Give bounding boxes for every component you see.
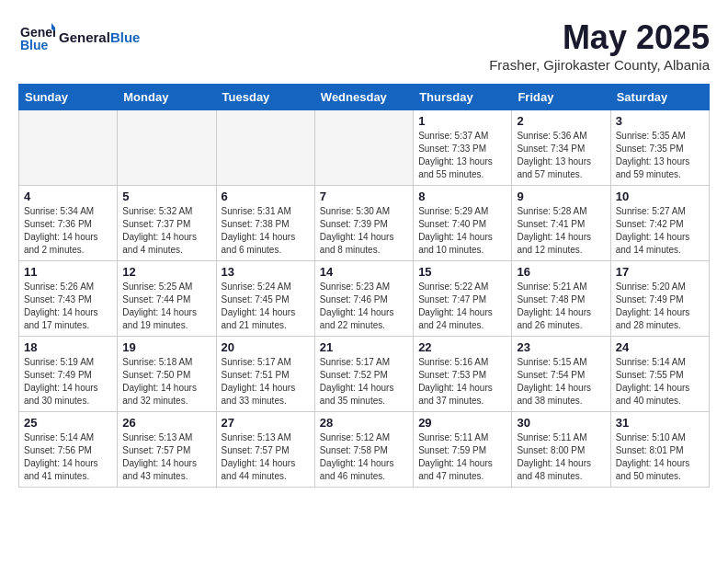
day-number: 10 xyxy=(616,190,704,203)
calendar-week-4: 18Sunrise: 5:19 AM Sunset: 7:49 PM Dayli… xyxy=(19,337,710,412)
day-number: 19 xyxy=(122,340,210,354)
day-info: Sunrise: 5:21 AM Sunset: 7:48 PM Dayligh… xyxy=(517,281,605,332)
calendar-week-5: 25Sunrise: 5:14 AM Sunset: 7:56 PM Dayli… xyxy=(19,412,710,488)
day-info: Sunrise: 5:36 AM Sunset: 7:34 PM Dayligh… xyxy=(517,130,605,181)
day-info: Sunrise: 5:18 AM Sunset: 7:50 PM Dayligh… xyxy=(122,356,210,408)
weekday-header-tuesday: Tuesday xyxy=(216,85,314,110)
day-number: 7 xyxy=(320,190,408,203)
day-info: Sunrise: 5:31 AM Sunset: 7:38 PM Dayligh… xyxy=(222,205,310,257)
calendar-cell: 24Sunrise: 5:14 AM Sunset: 7:55 PM Dayli… xyxy=(610,337,709,412)
calendar-cell xyxy=(118,110,216,186)
day-number: 20 xyxy=(222,340,310,354)
day-number: 15 xyxy=(418,265,506,279)
weekday-header-row: SundayMondayTuesdayWednesdayThursdayFrid… xyxy=(19,85,710,110)
calendar-cell: 23Sunrise: 5:15 AM Sunset: 7:54 PM Dayli… xyxy=(512,337,610,412)
title-block: May 2025 Frasher, Gjirokaster County, Al… xyxy=(489,18,710,80)
day-number: 18 xyxy=(24,340,112,354)
day-info: Sunrise: 5:14 AM Sunset: 7:55 PM Dayligh… xyxy=(616,356,704,408)
day-info: Sunrise: 5:13 AM Sunset: 7:57 PM Dayligh… xyxy=(122,431,210,483)
day-info: Sunrise: 5:34 AM Sunset: 7:36 PM Dayligh… xyxy=(24,205,112,257)
day-info: Sunrise: 5:26 AM Sunset: 7:43 PM Dayligh… xyxy=(24,281,112,332)
day-number: 1 xyxy=(418,114,506,128)
day-info: Sunrise: 5:25 AM Sunset: 7:44 PM Dayligh… xyxy=(122,281,210,332)
day-number: 8 xyxy=(418,190,506,203)
calendar-cell: 2Sunrise: 5:36 AM Sunset: 7:34 PM Daylig… xyxy=(512,110,610,186)
day-number: 22 xyxy=(418,340,506,354)
calendar-cell: 20Sunrise: 5:17 AM Sunset: 7:51 PM Dayli… xyxy=(216,337,314,412)
calendar-cell: 21Sunrise: 5:17 AM Sunset: 7:52 PM Dayli… xyxy=(314,337,413,412)
calendar-cell xyxy=(19,110,118,186)
day-info: Sunrise: 5:19 AM Sunset: 7:49 PM Dayligh… xyxy=(24,356,112,408)
svg-text:Blue: Blue xyxy=(20,38,49,52)
day-info: Sunrise: 5:28 AM Sunset: 7:41 PM Dayligh… xyxy=(517,205,605,257)
calendar-cell: 30Sunrise: 5:11 AM Sunset: 8:00 PM Dayli… xyxy=(512,412,610,488)
day-info: Sunrise: 5:22 AM Sunset: 7:47 PM Dayligh… xyxy=(418,281,506,332)
day-number: 24 xyxy=(616,340,704,354)
day-info: Sunrise: 5:16 AM Sunset: 7:53 PM Dayligh… xyxy=(418,356,506,408)
calendar-table: SundayMondayTuesdayWednesdayThursdayFrid… xyxy=(18,84,710,488)
calendar-cell: 3Sunrise: 5:35 AM Sunset: 7:35 PM Daylig… xyxy=(610,110,709,186)
weekday-header-thursday: Thursday xyxy=(414,85,512,110)
subtitle: Frasher, Gjirokaster County, Albania xyxy=(489,57,710,73)
logo: General Blue GeneralBlue xyxy=(18,18,140,55)
day-info: Sunrise: 5:29 AM Sunset: 7:40 PM Dayligh… xyxy=(418,205,506,257)
day-info: Sunrise: 5:11 AM Sunset: 7:59 PM Dayligh… xyxy=(418,431,506,483)
day-number: 4 xyxy=(24,190,112,203)
calendar-cell: 4Sunrise: 5:34 AM Sunset: 7:36 PM Daylig… xyxy=(19,186,118,261)
month-title: May 2025 xyxy=(489,18,710,57)
header: General Blue GeneralBlue May 2025 Frashe… xyxy=(18,18,710,80)
day-info: Sunrise: 5:17 AM Sunset: 7:51 PM Dayligh… xyxy=(222,356,310,408)
day-number: 14 xyxy=(320,265,408,279)
day-info: Sunrise: 5:17 AM Sunset: 7:52 PM Dayligh… xyxy=(320,356,408,408)
day-info: Sunrise: 5:24 AM Sunset: 7:45 PM Dayligh… xyxy=(222,281,310,332)
calendar-cell: 9Sunrise: 5:28 AM Sunset: 7:41 PM Daylig… xyxy=(512,186,610,261)
calendar-cell xyxy=(314,110,413,186)
day-number: 17 xyxy=(616,265,704,279)
day-info: Sunrise: 5:27 AM Sunset: 7:42 PM Dayligh… xyxy=(616,205,704,257)
calendar-cell: 17Sunrise: 5:20 AM Sunset: 7:49 PM Dayli… xyxy=(610,261,709,337)
calendar-cell: 15Sunrise: 5:22 AM Sunset: 7:47 PM Dayli… xyxy=(414,261,512,337)
weekday-header-wednesday: Wednesday xyxy=(314,85,413,110)
day-info: Sunrise: 5:13 AM Sunset: 7:57 PM Dayligh… xyxy=(222,431,310,483)
day-info: Sunrise: 5:15 AM Sunset: 7:54 PM Dayligh… xyxy=(517,356,605,408)
day-info: Sunrise: 5:37 AM Sunset: 7:33 PM Dayligh… xyxy=(418,130,506,181)
day-number: 11 xyxy=(24,265,112,279)
day-number: 30 xyxy=(517,416,605,430)
day-info: Sunrise: 5:35 AM Sunset: 7:35 PM Dayligh… xyxy=(616,130,704,181)
logo-blue: Blue xyxy=(110,29,141,45)
calendar-cell: 10Sunrise: 5:27 AM Sunset: 7:42 PM Dayli… xyxy=(610,186,709,261)
day-info: Sunrise: 5:10 AM Sunset: 8:01 PM Dayligh… xyxy=(616,431,704,483)
calendar-cell: 25Sunrise: 5:14 AM Sunset: 7:56 PM Dayli… xyxy=(19,412,118,488)
calendar-cell: 26Sunrise: 5:13 AM Sunset: 7:57 PM Dayli… xyxy=(118,412,216,488)
day-info: Sunrise: 5:20 AM Sunset: 7:49 PM Dayligh… xyxy=(616,281,704,332)
calendar-cell: 7Sunrise: 5:30 AM Sunset: 7:39 PM Daylig… xyxy=(314,186,413,261)
weekday-header-friday: Friday xyxy=(512,85,610,110)
day-number: 6 xyxy=(222,190,310,203)
weekday-header-monday: Monday xyxy=(118,85,216,110)
calendar-cell: 1Sunrise: 5:37 AM Sunset: 7:33 PM Daylig… xyxy=(414,110,512,186)
logo-general: General xyxy=(59,29,110,45)
calendar-week-3: 11Sunrise: 5:26 AM Sunset: 7:43 PM Dayli… xyxy=(19,261,710,337)
calendar-week-2: 4Sunrise: 5:34 AM Sunset: 7:36 PM Daylig… xyxy=(19,186,710,261)
calendar-cell: 19Sunrise: 5:18 AM Sunset: 7:50 PM Dayli… xyxy=(118,337,216,412)
day-number: 16 xyxy=(517,265,605,279)
calendar-cell: 31Sunrise: 5:10 AM Sunset: 8:01 PM Dayli… xyxy=(610,412,709,488)
calendar-cell: 29Sunrise: 5:11 AM Sunset: 7:59 PM Dayli… xyxy=(414,412,512,488)
day-number: 21 xyxy=(320,340,408,354)
day-number: 13 xyxy=(222,265,310,279)
weekday-header-saturday: Saturday xyxy=(610,85,709,110)
day-info: Sunrise: 5:32 AM Sunset: 7:37 PM Dayligh… xyxy=(122,205,210,257)
day-number: 25 xyxy=(24,416,112,430)
day-number: 23 xyxy=(517,340,605,354)
day-info: Sunrise: 5:11 AM Sunset: 8:00 PM Dayligh… xyxy=(517,431,605,483)
day-info: Sunrise: 5:12 AM Sunset: 7:58 PM Dayligh… xyxy=(320,431,408,483)
day-info: Sunrise: 5:14 AM Sunset: 7:56 PM Dayligh… xyxy=(24,431,112,483)
calendar-cell xyxy=(216,110,314,186)
weekday-header-sunday: Sunday xyxy=(19,85,118,110)
logo-icon: General Blue xyxy=(18,18,55,55)
calendar-cell: 6Sunrise: 5:31 AM Sunset: 7:38 PM Daylig… xyxy=(216,186,314,261)
day-number: 9 xyxy=(517,190,605,203)
calendar-cell: 27Sunrise: 5:13 AM Sunset: 7:57 PM Dayli… xyxy=(216,412,314,488)
calendar-cell: 14Sunrise: 5:23 AM Sunset: 7:46 PM Dayli… xyxy=(314,261,413,337)
day-number: 3 xyxy=(616,114,704,128)
